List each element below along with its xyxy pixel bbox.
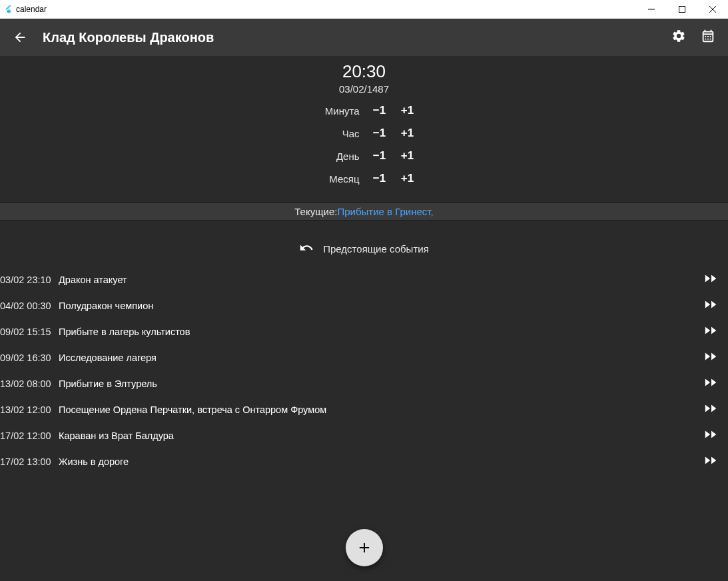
window-close-button[interactable] bbox=[697, 0, 728, 19]
event-datetime: 17/02 13:00 bbox=[0, 456, 52, 467]
event-row[interactable]: 13/02 12:00Посещение Ордена Перчатки, вс… bbox=[0, 396, 728, 422]
current-date: 03/02/1487 bbox=[0, 83, 728, 95]
upcoming-header: Предстоящие события bbox=[0, 221, 728, 267]
event-title: Жизнь в дороге bbox=[59, 456, 697, 467]
event-row[interactable]: 17/02 13:00Жизнь в дороге bbox=[0, 448, 728, 474]
plus-icon bbox=[357, 540, 372, 555]
event-title: Караван из Врат Балдура bbox=[59, 430, 697, 441]
day-minus-button[interactable]: −1 bbox=[372, 149, 388, 163]
minute-label: Минута bbox=[313, 105, 360, 117]
event-title: Прибытие в Элтурель bbox=[59, 378, 697, 389]
minute-stepper: Минута −1 +1 bbox=[313, 104, 416, 117]
month-label: Месяц bbox=[313, 173, 360, 185]
calendar-icon bbox=[701, 29, 715, 46]
add-event-fab[interactable] bbox=[346, 529, 383, 566]
day-plus-button[interactable]: +1 bbox=[400, 149, 416, 163]
fast-forward-icon bbox=[704, 325, 719, 338]
window-maximize-button[interactable] bbox=[667, 0, 697, 19]
fast-forward-button[interactable] bbox=[704, 377, 721, 390]
event-datetime: 17/02 12:00 bbox=[0, 430, 52, 441]
fast-forward-button[interactable] bbox=[704, 455, 721, 468]
event-list: 03/02 23:10Дракон атакует04/02 00:30Полу… bbox=[0, 267, 728, 474]
time-steppers: Минута −1 +1 Час −1 +1 День −1 +1 Месяц … bbox=[0, 104, 728, 185]
event-datetime: 03/02 23:10 bbox=[0, 275, 52, 285]
gear-icon bbox=[671, 29, 686, 46]
event-row[interactable]: 03/02 23:10Дракон атакует bbox=[0, 267, 728, 292]
hour-minus-button[interactable]: −1 bbox=[372, 127, 388, 140]
hour-label: Час bbox=[313, 128, 360, 139]
event-row[interactable]: 13/02 08:00Прибытие в Элтурель bbox=[0, 370, 728, 396]
month-minus-button[interactable]: −1 bbox=[372, 172, 388, 185]
event-title: Дракон атакует bbox=[59, 275, 697, 285]
event-datetime: 13/02 12:00 bbox=[0, 404, 52, 415]
page-title: Клад Королевы Драконов bbox=[35, 30, 664, 45]
event-title: Полудракон чемпион bbox=[59, 300, 697, 311]
settings-button[interactable] bbox=[664, 23, 693, 52]
fast-forward-icon bbox=[704, 403, 719, 416]
upcoming-title: Предстоящие события bbox=[323, 243, 429, 255]
current-event-link[interactable]: Прибытие в Гринест, bbox=[337, 206, 433, 217]
window-minimize-button[interactable] bbox=[636, 0, 667, 19]
time-block: 20:30 03/02/1487 Минута −1 +1 Час −1 +1 … bbox=[0, 56, 728, 193]
event-datetime: 09/02 15:15 bbox=[0, 326, 52, 337]
fast-forward-icon bbox=[704, 351, 719, 364]
day-stepper: День −1 +1 bbox=[313, 149, 416, 163]
svg-rect-0 bbox=[679, 7, 685, 13]
event-row[interactable]: 09/02 15:15Прибыте в лагерь культистов bbox=[0, 318, 728, 344]
current-label: Текущие: bbox=[294, 206, 337, 217]
event-title: Посещение Ордена Перчатки, встреча с Онт… bbox=[59, 404, 697, 415]
month-plus-button[interactable]: +1 bbox=[400, 172, 416, 185]
fast-forward-button[interactable] bbox=[704, 429, 721, 442]
fast-forward-icon bbox=[704, 455, 719, 468]
event-row[interactable]: 09/02 16:30Исследование лагеря bbox=[0, 344, 728, 370]
day-label: День bbox=[313, 151, 360, 162]
fast-forward-icon bbox=[704, 273, 719, 286]
fast-forward-icon bbox=[704, 377, 719, 390]
event-title: Исследование лагеря bbox=[59, 352, 697, 363]
event-datetime: 09/02 16:30 bbox=[0, 352, 52, 363]
back-button[interactable] bbox=[5, 23, 35, 52]
content-scroll[interactable]: 20:30 03/02/1487 Минута −1 +1 Час −1 +1 … bbox=[0, 56, 728, 581]
flutter-icon bbox=[0, 5, 13, 14]
current-events-bar: Текущие:Прибытие в Гринест, bbox=[0, 203, 728, 221]
calendar-button[interactable] bbox=[693, 23, 723, 52]
fast-forward-button[interactable] bbox=[704, 325, 721, 338]
event-row[interactable]: 04/02 00:30Полудракон чемпион bbox=[0, 292, 728, 318]
window-title-bar: calendar bbox=[0, 0, 728, 19]
undo-button[interactable] bbox=[299, 241, 314, 257]
hour-plus-button[interactable]: +1 bbox=[400, 127, 416, 140]
fast-forward-icon bbox=[704, 299, 719, 312]
window-title: calendar bbox=[13, 5, 47, 14]
fast-forward-button[interactable] bbox=[704, 403, 721, 416]
event-datetime: 04/02 00:30 bbox=[0, 300, 52, 311]
event-datetime: 13/02 08:00 bbox=[0, 378, 52, 389]
fast-forward-button[interactable] bbox=[704, 351, 721, 364]
event-row[interactable]: 17/02 12:00Караван из Врат Балдура bbox=[0, 422, 728, 448]
undo-icon bbox=[299, 241, 314, 257]
current-time: 20:30 bbox=[0, 61, 728, 82]
month-stepper: Месяц −1 +1 bbox=[313, 172, 416, 185]
minute-plus-button[interactable]: +1 bbox=[400, 104, 416, 117]
app-bar: Клад Королевы Драконов bbox=[0, 19, 728, 56]
fast-forward-button[interactable] bbox=[704, 273, 721, 286]
event-title: Прибыте в лагерь культистов bbox=[59, 326, 697, 337]
hour-stepper: Час −1 +1 bbox=[313, 127, 416, 140]
fast-forward-icon bbox=[704, 429, 719, 442]
minute-minus-button[interactable]: −1 bbox=[372, 104, 388, 117]
fast-forward-button[interactable] bbox=[704, 299, 721, 312]
